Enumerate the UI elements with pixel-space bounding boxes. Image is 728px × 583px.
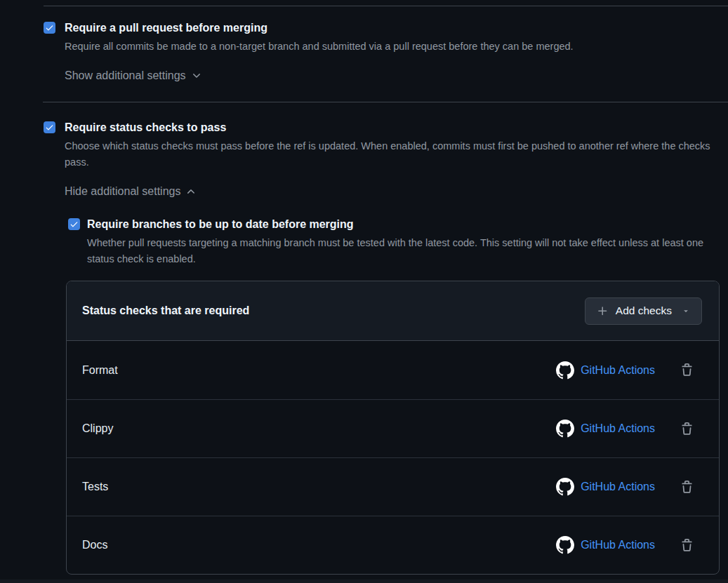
show-additional-settings-toggle[interactable]: Show additional settings: [65, 69, 202, 82]
toggle-label: Hide additional settings: [65, 185, 180, 198]
status-check-row: Format GitHub Actions: [67, 341, 719, 399]
github-actions-link[interactable]: GitHub Actions: [581, 364, 655, 377]
setting-description: Whether pull requests targeting a matchi…: [87, 235, 720, 267]
remove-check-button[interactable]: [680, 539, 694, 552]
remove-check-button[interactable]: [680, 422, 694, 436]
require-up-to-date-checkbox[interactable]: [68, 218, 80, 230]
hide-additional-settings-toggle[interactable]: Hide additional settings: [65, 185, 197, 198]
add-checks-label: Add checks: [616, 304, 672, 317]
trash-icon: [680, 422, 694, 436]
check-icon: [45, 23, 54, 32]
status-check-row: Docs GitHub Actions: [67, 516, 719, 574]
setting-description: Require all commits be made to a non-tar…: [65, 39, 696, 55]
setting-require-status-checks: Require status checks to pass Choose whi…: [44, 120, 723, 198]
status-check-name: Clippy: [82, 422, 113, 435]
setting-require-pull-request: Require a pull request before merging Re…: [44, 20, 696, 82]
setting-title: Require a pull request before merging: [65, 20, 696, 36]
chevron-down-icon: [191, 70, 202, 81]
github-mark-icon: [556, 420, 574, 438]
status-check-name: Tests: [82, 481, 108, 493]
setting-title: Require status checks to pass: [65, 120, 723, 135]
setting-title: Require branches to be up to date before…: [87, 217, 720, 232]
github-actions-link[interactable]: GitHub Actions: [581, 539, 655, 551]
github-mark-icon: [556, 361, 574, 380]
setting-description: Choose which status checks must pass bef…: [65, 138, 723, 170]
status-checks-panel-header: Status checks that are required Add chec…: [67, 281, 719, 341]
setting-require-up-to-date: Require branches to be up to date before…: [68, 217, 720, 267]
github-mark-icon: [556, 478, 574, 496]
add-checks-button[interactable]: Add checks: [585, 297, 702, 325]
status-check-row: Tests GitHub Actions: [67, 457, 719, 516]
remove-check-button[interactable]: [680, 363, 694, 377]
check-icon: [45, 123, 54, 132]
require-status-checks-checkbox[interactable]: [44, 121, 55, 133]
trash-icon: [680, 363, 694, 377]
status-check-name: Format: [82, 364, 118, 377]
remove-check-button[interactable]: [680, 481, 694, 494]
check-icon: [70, 220, 79, 229]
branch-protection-settings-page: Require a pull request before merging Re…: [0, 0, 728, 583]
github-mark-icon: [556, 536, 574, 554]
panel-title: Status checks that are required: [82, 304, 249, 317]
section-divider: [43, 102, 728, 102]
require-pull-request-checkbox[interactable]: [44, 22, 55, 34]
triangle-down-icon: [682, 307, 690, 315]
trash-icon: [680, 481, 694, 494]
status-check-name: Docs: [82, 539, 107, 551]
next-section-edge: [0, 579, 728, 583]
chevron-up-icon: [185, 186, 197, 197]
github-actions-link[interactable]: GitHub Actions: [581, 422, 655, 435]
plus-icon: [597, 305, 609, 317]
status-check-row: Clippy GitHub Actions: [67, 399, 719, 457]
section-divider: [44, 6, 728, 6]
toggle-label: Show additional settings: [65, 69, 186, 82]
trash-icon: [680, 539, 694, 552]
status-checks-panel: Status checks that are required Add chec…: [66, 281, 720, 575]
github-actions-link[interactable]: GitHub Actions: [581, 481, 655, 493]
